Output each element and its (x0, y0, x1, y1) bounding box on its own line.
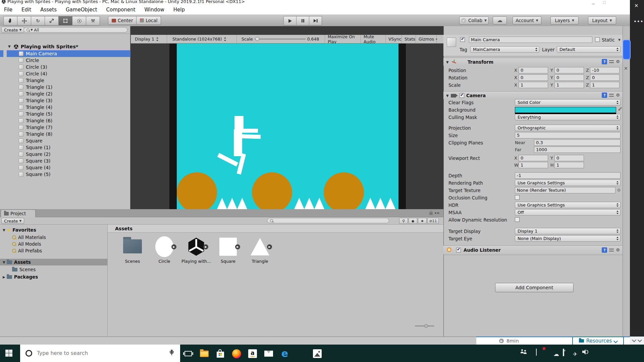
panel-menu-icon[interactable]: ▾≡ (435, 211, 440, 215)
expand-arrow-icon[interactable]: ▶ (203, 244, 208, 249)
project-asset[interactable]: ▶ Playing with... (181, 236, 211, 264)
static-checkbox[interactable] (595, 37, 600, 42)
inspector-scrollbar[interactable] (623, 26, 630, 337)
maximize-on-play-button[interactable]: Maximize On Play (325, 35, 361, 43)
hierarchy-item[interactable]: Square (4) (7, 164, 130, 171)
stats-button[interactable]: Stats (402, 35, 416, 43)
rendering-path-dropdown[interactable]: Use Graphics Settings (515, 180, 621, 186)
mail-button[interactable] (264, 349, 273, 358)
project-asset[interactable]: ▶ Triangle (245, 236, 275, 264)
clear-flags-dropdown[interactable]: Solid Color (515, 99, 621, 106)
tree-splitter[interactable] (107, 225, 108, 337)
background-color-swatch[interactable] (515, 107, 616, 114)
menu-item[interactable]: Window (145, 7, 164, 13)
hierarchy-item[interactable]: Circle (7, 57, 130, 64)
chevron-down-icon[interactable]: ▼ (3, 260, 5, 264)
eyedropper-icon[interactable]: 🖉 (618, 107, 622, 111)
pivot-center-button[interactable]: Center (108, 16, 137, 25)
favorites-star-button[interactable]: ★ (418, 218, 427, 224)
target-texture-field[interactable]: None (Render Texture) (515, 187, 615, 193)
close-icon[interactable]: ✕ (634, 3, 639, 9)
menu-item[interactable]: Help (173, 7, 185, 13)
presets-icon[interactable] (609, 93, 614, 98)
microsoft-store-button[interactable] (216, 349, 225, 358)
resolution-dropdown[interactable]: Standalone (1024x768) (170, 35, 237, 43)
msaa-dropdown[interactable]: Off (515, 209, 621, 216)
amazon-button[interactable]: a (248, 349, 257, 358)
hierarchy-item[interactable]: Triangle (7, 77, 130, 84)
help-icon[interactable]: ? (602, 247, 607, 253)
mute-audio-button[interactable]: Mute Audio (361, 35, 386, 43)
photos-button[interactable] (313, 349, 322, 358)
target-eye-dropdown[interactable]: None (Main Display) (515, 235, 621, 242)
camera-enabled-checkbox[interactable] (460, 93, 464, 98)
hierarchy-item[interactable]: Square (2) (7, 151, 130, 158)
asset-thumbnail[interactable]: ▶ (185, 236, 207, 257)
hand-tool-button[interactable] (3, 16, 17, 25)
hierarchy-item[interactable]: Triangle (7) (7, 124, 130, 131)
account-button[interactable]: Account▼ (513, 16, 541, 24)
slider-knob[interactable] (424, 324, 428, 328)
project-asset[interactable]: ▶ Scenes (117, 236, 148, 264)
task-view-button[interactable] (183, 349, 193, 358)
viewport-x-field[interactable]: 0 (519, 155, 548, 161)
projection-dropdown[interactable]: Orthographic (515, 125, 621, 131)
hierarchy-item[interactable]: Triangle (6) (7, 117, 130, 124)
gear-icon[interactable]: ⚙ (616, 248, 620, 252)
hidden-count-button[interactable]: ⊘11 (427, 218, 439, 224)
transform-tool-button[interactable] (72, 16, 86, 25)
custom-tool-button[interactable]: ⚒ (86, 16, 100, 25)
scale-x-field[interactable]: 1 (519, 82, 548, 88)
viewport-y-field[interactable]: 0 (554, 155, 584, 161)
project-asset[interactable]: ▶ Circle (149, 236, 179, 264)
menu-item[interactable]: GameObject (66, 7, 97, 13)
search-by-type-button[interactable]: ⚲ (399, 218, 408, 224)
maximize-button[interactable]: ▢ (603, 0, 606, 4)
chevron-down-icon[interactable]: ▼ (3, 228, 5, 232)
cloud-button[interactable]: ☁ (493, 16, 507, 24)
hierarchy-create-button[interactable]: Create▼ (1, 27, 24, 33)
menu-item[interactable]: Assets (40, 7, 57, 13)
add-component-button[interactable]: Add Component (495, 283, 574, 292)
hierarchy-item[interactable]: Triangle (2) (7, 90, 130, 97)
position-y-field[interactable]: 0 (554, 67, 584, 73)
resources-dropdown[interactable]: Resources (572, 337, 624, 345)
layout-button[interactable]: Layout▼ (588, 16, 616, 24)
gear-icon[interactable]: ⚙ (616, 93, 620, 98)
hdr-dropdown[interactable]: Use Graphics Settings (515, 202, 621, 208)
tray-chevron-up-icon[interactable] (536, 349, 537, 356)
chevron-down-icon[interactable] (632, 338, 636, 342)
pause-button[interactable] (297, 16, 309, 25)
battery-icon[interactable] (563, 349, 564, 356)
hierarchy-item[interactable]: Square (3) (7, 158, 130, 164)
project-search-input[interactable] (267, 218, 389, 223)
menu-item[interactable]: Component (106, 7, 136, 13)
audio-enabled-checkbox[interactable] (456, 248, 461, 252)
help-icon[interactable]: ? (602, 93, 607, 98)
hierarchy-item[interactable]: Square (5) (7, 171, 130, 178)
layer-dropdown[interactable]: Default (557, 46, 621, 53)
lock-icon[interactable] (429, 212, 433, 215)
transform-component-header[interactable]: ▼ Transform ? ⚙ (443, 58, 623, 66)
hierarchy-item[interactable]: Main Camera (7, 50, 130, 57)
chevron-right-icon[interactable]: ▶ (3, 275, 5, 279)
static-dropdown-icon[interactable]: ▼ (618, 38, 621, 42)
asset-thumbnail[interactable]: ▶ (217, 236, 239, 257)
occlusion-checkbox[interactable] (515, 195, 520, 200)
size-field[interactable]: 5 (515, 132, 621, 138)
asset-thumbnail[interactable]: ▶ (249, 236, 271, 257)
start-button[interactable] (5, 350, 12, 357)
far-field[interactable]: 1000 (534, 146, 621, 153)
scale-tool-button[interactable] (45, 16, 59, 25)
favorites-root[interactable]: ▼ ★ Favorites (0, 227, 107, 233)
object-picker-icon[interactable]: ⊙ (617, 188, 621, 192)
taskbar-search[interactable] (20, 345, 180, 362)
rotation-z-field[interactable]: 0 (590, 74, 620, 81)
scale-slider[interactable] (255, 39, 306, 40)
move-tool-button[interactable] (17, 16, 31, 25)
hierarchy-item[interactable]: Circle (3) (7, 64, 130, 70)
scale-z-field[interactable]: 1 (590, 82, 620, 88)
rotation-x-field[interactable]: 0 (519, 74, 548, 81)
menu-item[interactable]: Edit (21, 7, 31, 13)
audio-listener-header[interactable]: Audio Listener ? ⚙ (443, 245, 623, 254)
